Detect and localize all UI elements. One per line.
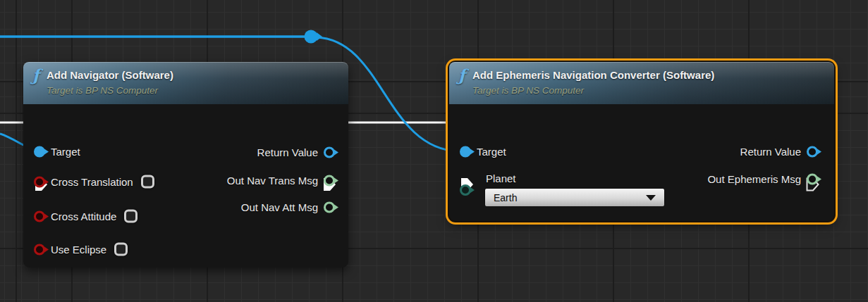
pin-label: Return Value <box>740 146 801 158</box>
pin-label: Target <box>477 146 506 158</box>
pin-label: Use Eclipse <box>51 244 106 256</box>
planet-dropdown[interactable]: Earth <box>484 188 665 207</box>
reroute-node[interactable] <box>305 30 323 44</box>
pin-label: Out Ephemeris Msg <box>707 173 801 185</box>
planet-pin-label: Planet <box>486 172 516 184</box>
node-subtitle: Target is BP NS Computer <box>472 84 714 98</box>
cross-attitude-pin[interactable] <box>34 210 45 222</box>
node-header[interactable]: ƒ Add Navigator (Software) Target is BP … <box>23 62 348 104</box>
pin-label: Cross Translation <box>51 176 133 188</box>
target-pin[interactable] <box>460 146 471 157</box>
function-icon: ƒ <box>458 67 465 84</box>
cross-attitude-checkbox[interactable] <box>124 210 137 223</box>
pin-label: Out Nav Att Msg <box>241 201 318 213</box>
pin-label: Target <box>51 146 80 158</box>
out-nav-trans-msg-pin[interactable] <box>324 175 335 186</box>
node-header[interactable]: ƒ Add Ephemeris Navigation Converter (So… <box>449 62 834 104</box>
chevron-down-icon <box>646 195 656 201</box>
pin-label: Return Value <box>257 146 318 158</box>
node-add-navigator[interactable]: ƒ Add Navigator (Software) Target is BP … <box>23 62 348 268</box>
pin-label: Cross Attitude <box>51 210 116 222</box>
node-add-ephemeris-navigation-converter[interactable]: ƒ Add Ephemeris Navigation Converter (So… <box>449 62 834 221</box>
use-eclipse-pin[interactable] <box>34 244 45 255</box>
pin-label: Out Nav Trans Msg <box>227 175 318 187</box>
function-icon: ƒ <box>32 67 39 84</box>
out-nav-att-msg-pin[interactable] <box>324 201 335 213</box>
node-title: Add Navigator (Software) <box>47 67 173 84</box>
return-value-pin[interactable] <box>324 146 335 158</box>
node-title: Add Ephemeris Navigation Converter (Soft… <box>472 67 714 84</box>
return-value-pin[interactable] <box>807 146 818 157</box>
node-subtitle: Target is BP NS Computer <box>47 84 173 98</box>
planet-dropdown-value: Earth <box>494 192 646 203</box>
out-ephemeris-msg-pin[interactable] <box>807 173 818 184</box>
cross-translation-checkbox[interactable] <box>141 175 154 189</box>
cross-translation-pin[interactable] <box>34 176 45 187</box>
planet-pin[interactable] <box>460 184 471 196</box>
use-eclipse-checkbox[interactable] <box>114 243 128 256</box>
target-pin[interactable] <box>34 146 45 157</box>
